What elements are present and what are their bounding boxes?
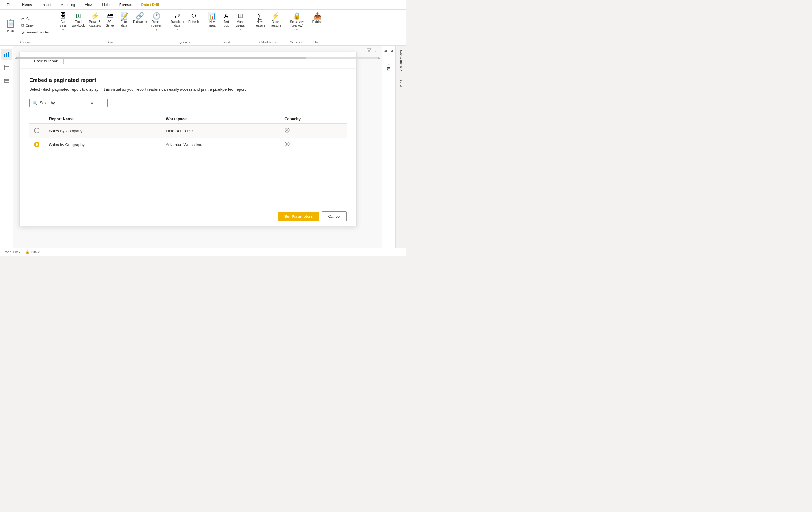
menu-data-drill[interactable]: Data / Drill — [140, 1, 161, 8]
publish-button[interactable]: 📤 Publish — [311, 11, 324, 24]
ribbon: 📋 Paste ✂ Cut ⧉ Copy 🖌 Format painter Cl… — [0, 10, 406, 46]
get-data-button[interactable]: 🗄 Get data ▾ — [56, 11, 69, 32]
bar-chart-sidebar-icon[interactable] — [1, 49, 12, 60]
enter-data-label: Enter data — [120, 20, 128, 27]
row-1-capacity — [280, 124, 347, 138]
text-box-button[interactable]: A Text box — [220, 11, 233, 28]
svg-point-10 — [285, 142, 289, 146]
calculations-group: ∑ New measure ⚡ Quick measure Calculatio… — [250, 11, 286, 45]
search-box[interactable]: 🔍 ✕ — [29, 99, 108, 107]
clear-search-icon[interactable]: ✕ — [90, 100, 94, 105]
menu-file[interactable]: File — [5, 1, 14, 8]
get-data-icon: 🗄 — [60, 13, 66, 19]
dataverse-icon: 🔗 — [136, 13, 144, 19]
layers-sidebar-icon[interactable] — [1, 75, 12, 86]
menu-format[interactable]: Format — [117, 1, 134, 8]
sensitivity-group: 🔒 Sensitivity (preview) ▾ Sensitivity — [286, 11, 308, 45]
capacity-icon-2 — [284, 143, 290, 148]
more-visuals-button[interactable]: ⊞ More visuals ▾ — [233, 11, 247, 32]
clipboard-items: 📋 Paste ✂ Cut ⧉ Copy 🖌 Format painter — [2, 11, 51, 40]
row-1-workspace: Field Demo RDL — [161, 124, 280, 138]
row-1-select[interactable] — [29, 124, 44, 138]
new-visual-icon: 📊 — [208, 13, 216, 19]
refresh-button[interactable]: ↻ Refresh — [186, 11, 201, 24]
set-parameters-button[interactable]: Set Parameters — [279, 212, 319, 221]
public-icon: 🔓 — [25, 250, 30, 254]
copy-icon: ⧉ — [21, 23, 24, 28]
sql-server-button[interactable]: 🗃 SQL Server — [104, 11, 117, 28]
scrollbar-track[interactable] — [17, 57, 378, 59]
power-bi-datasets-button[interactable]: ⚡ Power BI datasets — [87, 11, 103, 28]
share-group: 📤 Publish Share — [308, 11, 327, 45]
excel-button[interactable]: ⊞ Excel workbook — [70, 11, 87, 28]
recent-sources-button[interactable]: 🕐 Recent sources ▾ — [149, 11, 164, 32]
dialog-body: Embed a paginated report Select which pa… — [20, 69, 356, 207]
new-measure-button[interactable]: ∑ New measure — [252, 11, 267, 28]
format-painter-icon: 🖌 — [21, 30, 25, 35]
menu-modeling[interactable]: Modeling — [59, 1, 77, 8]
insert-group-label: Insert — [206, 40, 247, 45]
menu-insert[interactable]: Insert — [40, 1, 53, 8]
cut-button[interactable]: ✂ Cut — [20, 16, 51, 22]
power-bi-label: Power BI datasets — [89, 20, 102, 27]
visualizations-tab[interactable]: Visualizations — [397, 46, 405, 76]
copy-button[interactable]: ⧉ Copy — [20, 22, 51, 29]
calculations-group-label: Calculations — [252, 40, 283, 45]
enter-data-icon: 📝 — [120, 13, 128, 19]
refresh-icon: ↻ — [191, 13, 196, 19]
svg-rect-1 — [6, 53, 7, 57]
copy-label: Copy — [26, 24, 34, 27]
new-measure-icon: ∑ — [257, 13, 262, 19]
more-visuals-label: More visuals — [236, 20, 245, 27]
sensitivity-icon: 🔒 — [293, 13, 301, 19]
radio-selected[interactable] — [34, 142, 39, 147]
search-icon: 🔍 — [32, 100, 37, 105]
publish-icon: 📤 — [313, 13, 321, 19]
fields-tab[interactable]: Fields — [397, 76, 405, 93]
svg-rect-0 — [4, 54, 5, 57]
menu-home[interactable]: Home — [20, 1, 34, 8]
text-box-label: Text box — [224, 20, 229, 27]
dialog-header: ← Back to report — [20, 52, 356, 69]
dataverse-button[interactable]: 🔗 Dataverse — [132, 11, 149, 24]
row-1-report-name: Sales By Company — [44, 124, 161, 138]
back-to-report-label: Back to report — [34, 59, 58, 63]
cancel-button[interactable]: Cancel — [322, 211, 347, 221]
radio-unselected[interactable] — [34, 128, 39, 133]
table-sidebar-icon[interactable] — [1, 62, 12, 73]
sensitivity-button[interactable]: 🔒 Sensitivity (preview) ▾ — [288, 11, 306, 32]
svg-rect-7 — [4, 79, 9, 81]
menu-help[interactable]: Help — [100, 1, 112, 8]
table-row[interactable]: Sales By Company Field Demo RDL — [29, 124, 347, 138]
new-visual-button[interactable]: 📊 New visual — [206, 11, 219, 28]
quick-measure-button[interactable]: ⚡ Quick measure — [268, 11, 283, 28]
right-panel: ◀ ◀ Filters — [382, 46, 395, 247]
svg-point-9 — [285, 128, 289, 132]
paste-button[interactable]: 📋 Paste — [2, 11, 19, 40]
right-nav-back-btn[interactable]: ◀ — [389, 46, 396, 56]
table-row[interactable]: Sales by Geography AdventureWorks Inc. — [29, 138, 347, 151]
far-right-panel: Visualizations Fields — [395, 46, 406, 247]
dialog-title: Embed a paginated report — [29, 77, 347, 84]
excel-icon: ⊞ — [76, 13, 81, 19]
get-data-label: Get data — [60, 20, 66, 27]
insert-group: 📊 New visual A Text box ⊞ More visuals ▾… — [203, 11, 250, 45]
svg-rect-8 — [4, 81, 9, 82]
format-painter-button[interactable]: 🖌 Format painter — [20, 29, 51, 35]
new-measure-label: New measure — [254, 20, 265, 27]
dialog-footer: Set Parameters Cancel — [20, 207, 356, 226]
public-status: 🔓 Public — [25, 250, 40, 254]
col-capacity: Capacity — [280, 114, 347, 124]
menu-view[interactable]: View — [83, 1, 94, 8]
transform-data-button[interactable]: ⇄ Transform data ▾ — [169, 11, 186, 32]
format-painter-label: Format painter — [27, 30, 50, 34]
sql-icon: 🗃 — [107, 13, 114, 19]
cut-label: Cut — [26, 17, 32, 21]
quick-measure-label: Quick measure — [270, 20, 282, 27]
right-nav-collapse-btn[interactable]: ◀ — [382, 46, 389, 56]
filters-vertical-tab[interactable]: Filters — [386, 59, 392, 74]
menu-bar: File Home Insert Modeling View Help Form… — [0, 0, 406, 10]
enter-data-button[interactable]: 📝 Enter data — [117, 11, 131, 28]
search-input[interactable] — [40, 100, 88, 105]
row-2-select[interactable] — [29, 138, 44, 151]
